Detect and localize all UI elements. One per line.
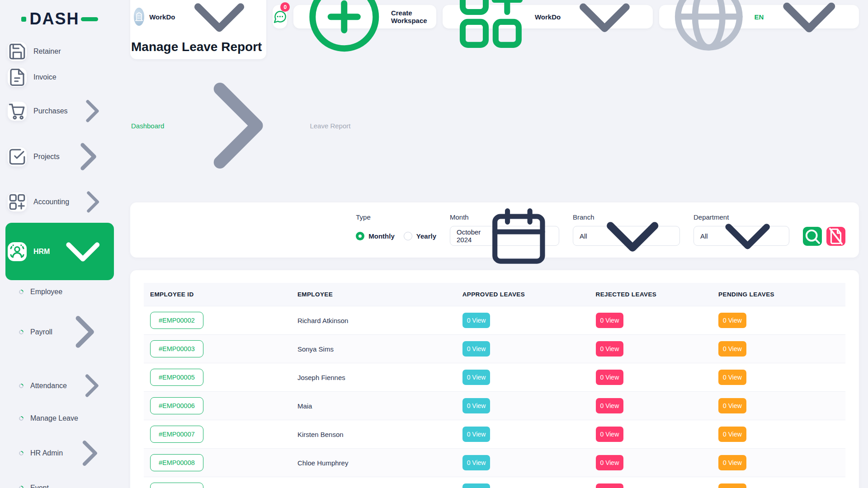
pending-view-button[interactable]: 0 View [718,313,746,328]
rejected-view-button[interactable]: 0 View [596,370,624,385]
language-selector[interactable]: EN [659,5,859,28]
rejected-view-button[interactable]: 0 View [596,455,624,470]
logo-accent-dot-icon [21,17,26,22]
sidebar-nav: RetainerInvoicePurchasesProjectsAccounti… [5,40,114,488]
bullet-icon [18,329,24,335]
col-approved-leaves: APPROVED LEAVES [456,283,590,306]
table-row: #EMP00003Sonya Sims0 View0 View0 View [144,335,845,363]
messages-count-badge: 0 [280,2,290,12]
pending-view-button[interactable]: 0 View [718,483,746,488]
pending-leaves-cell: 0 View [712,306,845,335]
hrm-icon [8,242,27,261]
sidebar-item-label: Event [30,484,49,488]
col-employee: EMPLOYEE [291,283,456,306]
filter-actions [803,227,845,246]
rejected-view-button[interactable]: 0 View [596,313,624,328]
sidebar-item-payroll[interactable]: Payroll [5,301,114,362]
rejected-view-button[interactable]: 0 View [596,341,624,357]
search-button[interactable] [803,227,822,246]
employee-id-button[interactable]: #EMP00002 [150,312,203,329]
pending-view-button[interactable]: 0 View [718,370,746,385]
sidebar-item-purchases[interactable]: Purchases [5,91,114,131]
employee-id-button[interactable]: #EMP00007 [150,426,203,443]
department-select[interactable]: All [693,226,789,246]
approved-leaves-cell: 0 View [456,449,590,477]
rejected-view-button[interactable]: 0 View [596,427,624,442]
filter-card: Type Monthly Yearly Month October 2024 B… [130,202,859,258]
bullet-icon [18,289,24,295]
sidebar-item-label: Accounting [33,198,69,206]
table-row: #EMP00002Richard Atkinson0 View0 View0 V… [144,306,845,335]
leave-report-table: EMPLOYEE ID EMPLOYEE APPROVED LEAVES REJ… [144,283,845,488]
employee-id-button[interactable]: #EMP00009 [150,483,203,488]
pending-view-button[interactable]: 0 View [718,427,746,442]
sidebar-item-manage-leave[interactable]: Manage Leave [5,409,114,428]
month-input[interactable]: October 2024 [450,226,559,246]
table-row: #EMP00006Maia0 View0 View0 View [144,392,845,420]
sidebar-item-hr-admin[interactable]: HR Admin [5,428,114,479]
sidebar-item-label: HRM [33,248,50,256]
employee-name: Kirsten Benson [291,420,456,449]
sidebar-item-label: Attendance [30,382,67,390]
radio-yearly[interactable]: Yearly [404,232,436,240]
chevron-right-icon [169,58,305,193]
approved-view-button[interactable]: 0 View [462,313,491,328]
language-label: EN [755,13,764,21]
retainer-icon [8,42,27,61]
approved-view-button[interactable]: 0 View [462,483,491,488]
sidebar-item-label: Projects [33,153,60,161]
sidebar-item-attendance[interactable]: Attendance [5,362,114,409]
radio-unselected-icon [404,232,412,240]
employee-id-cell: #EMP00008 [144,449,291,477]
employee-id-button[interactable]: #EMP00003 [150,340,203,357]
chevron-right-icon [74,368,109,404]
chevron-right-icon [66,135,109,178]
messages-button[interactable]: 0 [273,5,288,28]
sidebar-item-employee[interactable]: Employee [5,282,114,301]
branch-select[interactable]: All [573,226,680,246]
pending-view-button[interactable]: 0 View [718,455,746,470]
col-employee-id: EMPLOYEE ID [144,283,291,306]
employee-id-cell: #EMP00006 [144,392,291,420]
approved-view-button[interactable]: 0 View [462,341,491,357]
main-area: WorkDo 0 Create Workspace WorkDo EN [118,0,868,488]
rejected-leaves-cell: 0 View [590,335,712,363]
sidebar-item-hrm[interactable]: HRM [5,223,114,280]
app-logo[interactable]: DASH [5,5,114,33]
sidebar-item-projects[interactable]: Projects [5,133,114,180]
pending-view-button[interactable]: 0 View [718,341,746,357]
radio-monthly[interactable]: Monthly [356,232,395,240]
approved-view-button[interactable]: 0 View [462,427,491,442]
pending-view-button[interactable]: 0 View [718,398,746,413]
breadcrumb-dashboard-link[interactable]: Dashboard [131,122,164,130]
employee-id-button[interactable]: #EMP00008 [150,454,203,471]
employee-id-button[interactable]: #EMP00005 [150,369,203,386]
employee-name: Joseph Fiennes [291,363,456,392]
chevron-down-icon [592,195,673,277]
approved-leaves-cell: 0 View [456,335,590,363]
approved-view-button[interactable]: 0 View [462,455,491,470]
radio-yearly-label: Yearly [416,232,436,240]
sidebar-item-invoice[interactable]: Invoice [5,66,114,89]
create-workspace-button[interactable]: Create Workspace [293,5,436,28]
rejected-leaves-cell: 0 View [590,449,712,477]
table-body: #EMP00002Richard Atkinson0 View0 View0 V… [144,306,845,488]
rejected-leaves-cell: 0 View [590,477,712,488]
reset-button[interactable] [826,227,845,246]
sidebar-item-event[interactable]: Event [5,479,114,488]
pending-leaves-cell: 0 View [712,335,845,363]
sidebar-item-accounting[interactable]: Accounting [5,183,114,221]
approved-view-button[interactable]: 0 View [462,398,491,413]
bullet-icon [18,383,24,389]
table-row: #EMP00007Kirsten Benson0 View0 View0 Vie… [144,420,845,449]
rejected-view-button[interactable]: 0 View [596,398,624,413]
projects-icon [8,147,27,166]
rejected-view-button[interactable]: 0 View [596,483,624,488]
branch-value: All [580,232,587,240]
approved-view-button[interactable]: 0 View [462,370,491,385]
radio-selected-icon [356,232,364,240]
employee-id-button[interactable]: #EMP00006 [150,397,203,414]
rejected-leaves-cell: 0 View [590,420,712,449]
sidebar-item-retainer[interactable]: Retainer [5,40,114,63]
workdo-menu-button[interactable]: WorkDo [443,5,653,28]
